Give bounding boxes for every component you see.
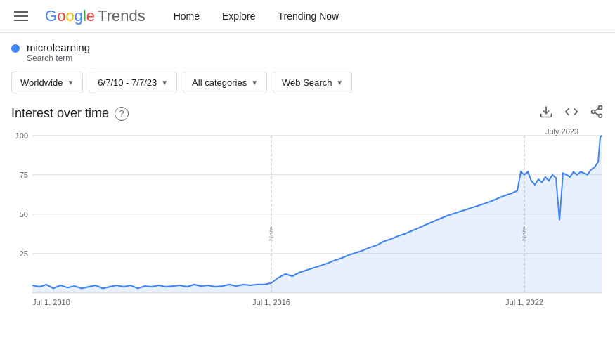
svg-text:50: 50 bbox=[20, 210, 28, 219]
trend-chart: 100 75 50 25 Note Note July 2023 Jul 1, … bbox=[11, 128, 604, 325]
search-term: microlearning bbox=[27, 41, 90, 53]
help-icon[interactable]: ? bbox=[115, 107, 129, 121]
google-trends-logo: Google Trends bbox=[45, 7, 145, 25]
chart-header: Interest over time ? bbox=[11, 105, 604, 122]
search-type-filter[interactable]: Web Search ▼ bbox=[273, 72, 352, 93]
search-type-label: Web Search bbox=[282, 77, 332, 88]
chevron-down-icon: ▼ bbox=[336, 79, 343, 86]
svg-line-4 bbox=[595, 112, 599, 115]
svg-text:Jul 1, 2022: Jul 1, 2022 bbox=[505, 298, 543, 306]
svg-point-1 bbox=[599, 106, 602, 110]
category-label: All categories bbox=[192, 77, 247, 88]
region-filter[interactable]: Worldwide ▼ bbox=[11, 72, 83, 93]
chart-title-area: Interest over time ? bbox=[11, 106, 129, 121]
nav-explore[interactable]: Explore bbox=[222, 8, 255, 25]
svg-line-5 bbox=[595, 108, 599, 110]
chart-title: Interest over time bbox=[11, 106, 109, 121]
date-filter[interactable]: 6/7/10 - 7/7/23 ▼ bbox=[89, 72, 177, 93]
svg-text:100: 100 bbox=[15, 131, 28, 140]
trends-wordmark: Trends bbox=[98, 7, 145, 25]
chevron-down-icon: ▼ bbox=[161, 79, 168, 86]
svg-text:Note: Note bbox=[268, 227, 275, 241]
search-area: microlearning Search term bbox=[0, 33, 615, 66]
svg-text:July 2023: July 2023 bbox=[545, 128, 578, 136]
svg-text:Jul 1, 2016: Jul 1, 2016 bbox=[252, 298, 290, 306]
filter-row: Worldwide ▼ 6/7/10 - 7/7/23 ▼ All catego… bbox=[0, 66, 615, 102]
svg-text:25: 25 bbox=[20, 249, 28, 258]
header: Google Trends Home Explore Trending Now bbox=[0, 0, 615, 33]
main-nav: Home Explore Trending Now bbox=[174, 8, 339, 25]
search-info: microlearning Search term bbox=[27, 41, 90, 63]
download-icon[interactable] bbox=[539, 105, 553, 122]
nav-trending-now[interactable]: Trending Now bbox=[278, 8, 339, 25]
embed-icon[interactable] bbox=[564, 105, 578, 122]
svg-point-2 bbox=[592, 110, 595, 114]
chart-container: 100 75 50 25 Note Note July 2023 Jul 1, … bbox=[11, 128, 604, 325]
search-term-dot bbox=[11, 44, 20, 53]
search-type-label: Search term bbox=[27, 53, 90, 63]
hamburger-menu[interactable] bbox=[11, 8, 31, 24]
share-icon[interactable] bbox=[590, 105, 604, 122]
chart-section: Interest over time ? bbox=[0, 102, 615, 325]
chevron-down-icon: ▼ bbox=[251, 79, 258, 86]
svg-text:Jul 1, 2010: Jul 1, 2010 bbox=[32, 298, 70, 306]
region-label: Worldwide bbox=[20, 77, 63, 88]
nav-home[interactable]: Home bbox=[174, 8, 200, 25]
chevron-down-icon: ▼ bbox=[67, 79, 74, 86]
category-filter[interactable]: All categories ▼ bbox=[183, 72, 267, 93]
svg-text:75: 75 bbox=[20, 171, 28, 179]
svg-point-3 bbox=[599, 114, 602, 117]
date-label: 6/7/10 - 7/7/23 bbox=[98, 77, 157, 88]
google-wordmark: Google bbox=[45, 7, 95, 25]
chart-actions bbox=[539, 105, 604, 122]
